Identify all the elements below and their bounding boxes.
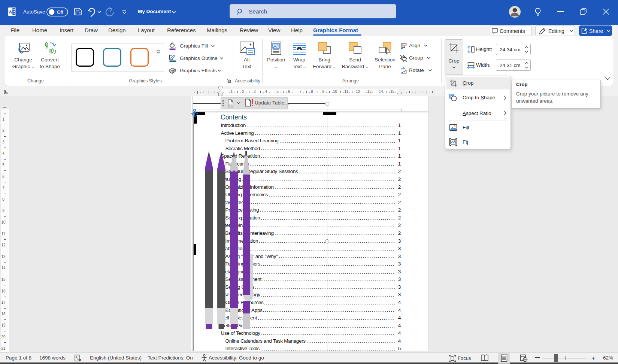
svg-text:A: A (75, 355, 77, 359)
svg-text:b: b (78, 358, 79, 361)
svg-text:W: W (9, 10, 13, 14)
svg-text:Off: Off (57, 10, 63, 15)
